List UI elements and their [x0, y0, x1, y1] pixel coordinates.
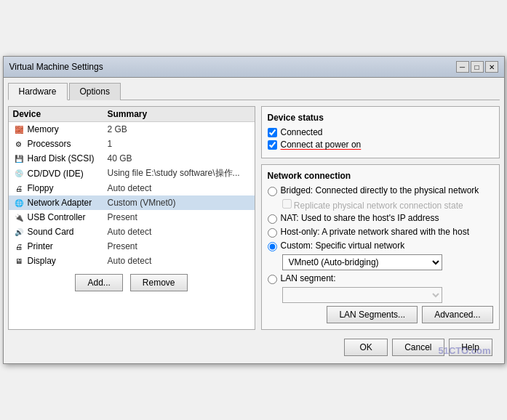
nat-row: NAT: Used to share the host's IP address — [268, 213, 493, 224]
lan-segment-radio[interactable] — [268, 275, 277, 284]
power-on-label: Connect at power on — [281, 140, 362, 150]
device-summary-processors: 1 — [108, 139, 250, 149]
device-name-printer: Printer — [28, 241, 108, 251]
device-summary-display: Auto detect — [108, 256, 250, 266]
power-on-checkbox[interactable] — [268, 140, 277, 150]
connected-checkbox[interactable] — [268, 128, 277, 137]
device-name-soundcard: Sound Card — [28, 227, 108, 237]
minimize-button[interactable]: ─ — [456, 61, 469, 73]
lan-dropdown-row — [282, 287, 493, 303]
bridged-label: Bridged: Connected directly to the physi… — [281, 185, 479, 195]
harddisk-icon: 💾 — [13, 153, 25, 164]
usb-icon: 🔌 — [13, 211, 25, 223]
hostonly-label: Host-only: A private network shared with… — [281, 227, 469, 237]
device-row-cddvd[interactable]: 💿 CD/DVD (IDE) Using file E:\study softw… — [9, 166, 255, 181]
device-status-title: Device status — [268, 113, 493, 123]
device-name-network: Network Adapter — [28, 198, 108, 208]
content-area: Hardware Options Device Summary 🧱 Memory — [4, 78, 504, 363]
header-device: Device — [13, 109, 108, 119]
custom-row: Custom: Specific virtual network — [268, 241, 493, 251]
device-summary-printer: Present — [108, 241, 250, 251]
cancel-button[interactable]: Cancel — [392, 339, 444, 356]
help-button[interactable]: Help — [449, 339, 492, 356]
custom-label: Custom: Specific virtual network — [281, 241, 405, 251]
replicate-label: Replicate physical network connection st… — [294, 201, 463, 211]
tab-bar: Hardware Options — [8, 82, 500, 100]
remove-button[interactable]: Remove — [130, 274, 188, 291]
connected-label: Connected — [281, 127, 323, 137]
device-status-section: Device status Connected Connect at power… — [261, 106, 500, 158]
device-list: 🧱 Memory 2 GB ⚙ Processors 1 💾 Hard Disk… — [9, 122, 255, 268]
device-summary-floppy: Auto detect — [108, 183, 250, 193]
device-summary-cddvd: Using file E:\study software\操作... — [108, 167, 250, 179]
bridged-row: Bridged: Connected directly to the physi… — [268, 185, 493, 196]
device-row-floppy[interactable]: 🖨 Floppy Auto detect — [9, 181, 255, 195]
replicate-row: Replicate physical network connection st… — [282, 199, 493, 211]
add-button[interactable]: Add... — [75, 274, 122, 291]
bridged-radio[interactable] — [268, 187, 277, 196]
device-name-usb: USB Controller — [28, 212, 108, 222]
add-remove-bar: Add... Remove — [9, 268, 255, 297]
custom-radio[interactable] — [268, 242, 277, 251]
title-bar: Virtual Machine Settings ─ □ ✕ — [4, 57, 504, 78]
network-icon: 🌐 — [13, 197, 25, 209]
lan-dropdown — [282, 287, 442, 303]
footer-buttons: OK Cancel Help — [8, 336, 500, 359]
soundcard-icon: 🔊 — [13, 226, 25, 238]
device-row-usb[interactable]: 🔌 USB Controller Present — [9, 210, 255, 225]
lan-segment-label: LAN segment: — [281, 273, 336, 283]
cddvd-icon: 💿 — [13, 168, 25, 179]
device-row-display[interactable]: 🖥 Display Auto detect — [9, 254, 255, 268]
memory-icon: 🧱 — [13, 124, 25, 135]
ok-button[interactable]: OK — [344, 339, 388, 356]
header-summary: Summary — [108, 109, 250, 119]
power-on-row: Connect at power on — [268, 140, 493, 150]
device-summary-soundcard: Auto detect — [108, 227, 250, 237]
maximize-button[interactable]: □ — [471, 61, 484, 73]
right-panel: Device status Connected Connect at power… — [261, 106, 500, 330]
device-summary-network: Custom (VMnet0) — [108, 198, 250, 208]
replicate-checkbox — [282, 199, 292, 209]
connected-row: Connected — [268, 127, 493, 137]
device-row-memory[interactable]: 🧱 Memory 2 GB — [9, 122, 255, 137]
processors-icon: ⚙ — [13, 138, 25, 150]
device-panel: Device Summary 🧱 Memory 2 GB ⚙ Processor… — [8, 106, 255, 330]
device-name-display: Display — [28, 256, 108, 266]
device-name-cddvd: CD/DVD (IDE) — [28, 169, 108, 179]
lan-segments-button[interactable]: LAN Segments... — [327, 306, 418, 323]
lan-segment-row: LAN segment: — [268, 273, 493, 284]
display-icon: 🖥 — [13, 255, 25, 267]
device-row-harddisk[interactable]: 💾 Hard Disk (SCSI) 40 GB — [9, 151, 255, 166]
close-button[interactable]: ✕ — [485, 61, 498, 73]
footer-right-buttons: OK Cancel Help — [344, 339, 492, 356]
vmnet-dropdown[interactable]: VMnet0 (Auto-bridging) VMnet1 VMnet2 — [282, 254, 442, 270]
network-action-buttons: LAN Segments... Advanced... — [268, 306, 493, 323]
hostonly-radio[interactable] — [268, 228, 277, 238]
advanced-button[interactable]: Advanced... — [422, 306, 492, 323]
title-bar-controls: ─ □ ✕ — [456, 61, 498, 73]
nat-radio[interactable] — [268, 214, 277, 224]
device-summary-memory: 2 GB — [108, 124, 250, 134]
main-area: Device Summary 🧱 Memory 2 GB ⚙ Processor… — [8, 106, 500, 330]
device-row-soundcard[interactable]: 🔊 Sound Card Auto detect — [9, 225, 255, 239]
device-row-network[interactable]: 🌐 Network Adapter Custom (VMnet0) — [9, 195, 255, 210]
tab-hardware[interactable]: Hardware — [8, 83, 68, 100]
device-name-processors: Processors — [28, 139, 108, 149]
network-connection-section: Network connection Bridged: Connected di… — [261, 164, 500, 330]
device-row-processors[interactable]: ⚙ Processors 1 — [9, 137, 255, 151]
printer-icon: 🖨 — [13, 241, 25, 252]
nat-label: NAT: Used to share the host's IP address — [281, 213, 439, 223]
device-table-header: Device Summary — [9, 107, 255, 122]
device-summary-harddisk: 40 GB — [108, 153, 250, 163]
floppy-icon: 🖨 — [13, 182, 25, 194]
tab-options[interactable]: Options — [69, 83, 121, 100]
hostonly-row: Host-only: A private network shared with… — [268, 227, 493, 238]
device-row-printer[interactable]: 🖨 Printer Present — [9, 239, 255, 254]
window-title: Virtual Machine Settings — [9, 62, 103, 72]
device-summary-usb: Present — [108, 212, 250, 222]
device-name-memory: Memory — [28, 124, 108, 134]
device-name-harddisk: Hard Disk (SCSI) — [28, 153, 108, 163]
network-connection-title: Network connection — [268, 171, 493, 181]
device-name-floppy: Floppy — [28, 183, 108, 193]
custom-dropdown-row: VMnet0 (Auto-bridging) VMnet1 VMnet2 — [282, 254, 493, 270]
